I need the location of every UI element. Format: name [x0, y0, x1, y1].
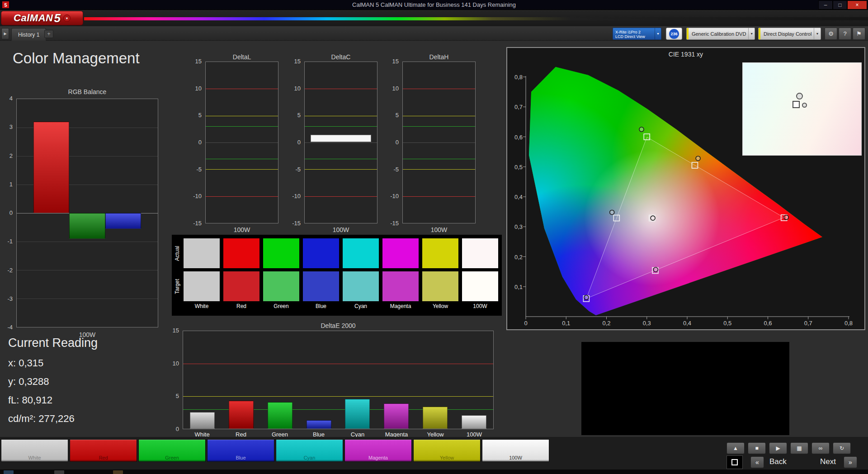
- pattern-button-magenta[interactable]: Magenta: [344, 439, 412, 462]
- eject-button[interactable]: ▲: [726, 442, 745, 454]
- swatch-target-red: [223, 271, 259, 301]
- y-tick-label: -15: [292, 220, 301, 227]
- meter-status-button[interactable]: 236: [666, 28, 682, 40]
- pin-button[interactable]: ⚑: [853, 28, 865, 40]
- bar-green: [69, 213, 105, 239]
- threshold-line: [206, 126, 278, 127]
- y-tick-label: -2: [7, 267, 13, 274]
- measurement-controls: ▲■▶▦∞↻: [726, 442, 851, 454]
- logo-menu-caret-icon[interactable]: ▼: [63, 14, 71, 22]
- taskbar-icon[interactable]: [4, 470, 14, 474]
- bar-100w: [462, 415, 486, 429]
- x-tick-label: 0,2: [602, 320, 610, 327]
- swatch-column-label: 100W: [462, 303, 498, 309]
- plot-area: [183, 331, 494, 429]
- reading-fl: fL: 80,912: [8, 394, 98, 406]
- delta-chart-deltac: DeltaC151050-5-10-15100W: [291, 53, 390, 237]
- source-dropdown[interactable]: Generic Calibration DVD ▼: [686, 28, 755, 40]
- gridline: [17, 299, 158, 299]
- meter-dropdown[interactable]: X-Rite i1Pro 2 LCD Direct View ▼: [613, 28, 661, 40]
- help-icon: ?: [843, 30, 846, 37]
- tab-history-1[interactable]: History 1: [11, 28, 46, 41]
- deltae-2000-chart: DeltaE 2000 151050 WhiteRedGreenBlueCyan…: [170, 322, 496, 443]
- cie-measured-magenta: [653, 267, 658, 272]
- add-tab-button[interactable]: +: [44, 30, 53, 38]
- threshold-line: [403, 169, 475, 170]
- y-axis-labels: 151050-5-10-15: [192, 62, 204, 223]
- y-tick-label: 0: [297, 139, 301, 146]
- bar-blue: [307, 420, 331, 429]
- swatch-column-label: Green: [263, 303, 299, 309]
- taskbar-icon[interactable]: [113, 470, 123, 474]
- y-tick-label: -10: [292, 193, 301, 200]
- maximize-button[interactable]: □: [833, 0, 847, 9]
- swatch-actual-red: [223, 238, 259, 268]
- y-tick-label: 10: [392, 85, 399, 92]
- y-tick-label: 10: [195, 85, 202, 92]
- x-axis-label: 100W: [304, 226, 377, 233]
- chart-title: CIE 1931 xy: [507, 51, 864, 58]
- bar-cyan: [345, 399, 370, 429]
- header: CalMAN 5 ▼: [0, 10, 868, 26]
- pattern-button-label: Magenta: [345, 455, 411, 460]
- loop-button[interactable]: ∞: [811, 442, 830, 454]
- cie-1931-chart: CIE 1931 xy 00,10,20,30,40,50,60,70,80,1…: [506, 47, 865, 330]
- color-swatch-table: Actual Target WhiteRedGreenBlueCyanMagen…: [172, 235, 502, 316]
- pattern-button-100w[interactable]: 100W: [482, 439, 549, 462]
- threshold-line: [183, 364, 493, 364]
- x-tick-label: 0,4: [683, 320, 691, 327]
- y-tick-label: -10: [390, 193, 399, 200]
- calman-logo-menu[interactable]: CalMAN 5 ▼: [1, 11, 83, 25]
- y-tick-label: 5: [176, 393, 179, 400]
- threshold-line: [206, 169, 278, 170]
- pattern-button-yellow[interactable]: Yellow: [413, 439, 481, 462]
- pattern-preview-button[interactable]: [726, 455, 743, 469]
- threshold-line: [403, 142, 475, 143]
- swatch-actual-yellow: [422, 238, 458, 268]
- taskbar-icon[interactable]: [54, 470, 64, 474]
- y-tick-label: 0,2: [508, 253, 523, 260]
- minimize-button[interactable]: –: [818, 0, 833, 9]
- video-preview-window: [581, 342, 789, 435]
- close-button[interactable]: ×: [847, 0, 867, 9]
- window-title: CalMAN 5 CalMAN Ultimate for Business 14…: [0, 1, 868, 8]
- bar-red: [33, 122, 70, 213]
- calman-window: { "window": { "title": "CalMAN 5 CalMAN …: [0, 0, 868, 474]
- stop-button[interactable]: ■: [748, 442, 766, 454]
- play-button[interactable]: ▶: [769, 442, 787, 454]
- rainbow-stripe: [84, 17, 868, 20]
- swatch-actual-white: [184, 238, 220, 268]
- threshold-line: [403, 89, 475, 89]
- pattern-button-blue[interactable]: Blue: [207, 439, 274, 462]
- cie-measured-cyan: [610, 210, 614, 214]
- back-button[interactable]: Back: [769, 457, 787, 466]
- next-arrow-button[interactable]: »: [844, 456, 857, 468]
- pattern-button-cyan[interactable]: Cyan: [276, 439, 343, 462]
- x-tick-label: 0,6: [764, 320, 772, 327]
- delta-charts-row: DeltaL151050-5-10-15100WDeltaC151050-5-1…: [192, 53, 490, 237]
- swatch-target-blue: [303, 271, 339, 301]
- help-button[interactable]: ?: [839, 28, 851, 40]
- pattern-button-red[interactable]: Red: [70, 439, 137, 462]
- white-point-zoom-inset: [742, 62, 862, 156]
- logo-text: CalMAN: [14, 12, 53, 24]
- inset-measured-circle-small: [802, 103, 807, 108]
- x-tick-label: 0,8: [844, 320, 853, 327]
- expand-panel-button[interactable]: ▶: [1, 28, 9, 39]
- next-button[interactable]: Next: [820, 457, 836, 466]
- back-arrow-button[interactable]: «: [750, 456, 764, 468]
- pattern-button-white[interactable]: White: [1, 439, 68, 462]
- pattern-window-button[interactable]: ▦: [790, 442, 808, 454]
- settings-button[interactable]: ⚙: [825, 28, 837, 40]
- y-tick-label: -15: [193, 220, 202, 227]
- chevron-down-icon: ▼: [814, 28, 820, 39]
- bar-green: [268, 402, 292, 429]
- refresh-button[interactable]: ↻: [833, 442, 851, 454]
- display-control-dropdown[interactable]: Direct Display Control ▼: [758, 28, 821, 40]
- pattern-button-green[interactable]: Green: [138, 439, 206, 462]
- y-tick-label: 3: [9, 123, 13, 131]
- cie-measured-yellow: [696, 156, 700, 161]
- swatch-column-label: Yellow: [422, 303, 458, 309]
- swatch-column-label: Red: [223, 303, 259, 309]
- x-tick-label: 0,1: [562, 320, 570, 327]
